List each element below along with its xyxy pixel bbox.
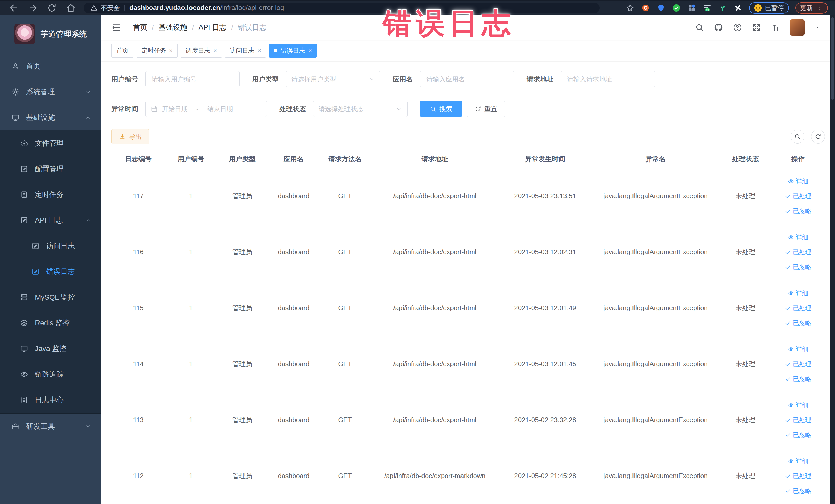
address-bar[interactable]: 不安全 dashboard.yudao.iocoder.cn/infra/log…	[84, 3, 599, 13]
action-label: 已忽略	[793, 263, 811, 271]
search-button[interactable]: 搜索	[420, 101, 462, 117]
bookmark-star-icon[interactable]	[626, 4, 634, 12]
sidebar-item-infra[interactable]: 基础设施	[0, 105, 101, 130]
exception-time-range-picker[interactable]: 开始日期 - 结束日期	[145, 101, 267, 117]
sidebar-item-access-log[interactable]: 访问日志	[0, 233, 101, 259]
tab-home[interactable]: 首页	[111, 44, 134, 58]
action-detail-link[interactable]: 详细	[788, 345, 808, 353]
page-scrollbar[interactable]	[830, 15, 835, 504]
action-ignored-link[interactable]: 已忽略	[785, 487, 811, 495]
browser-forward-icon[interactable]	[28, 3, 38, 13]
page-header: 首页 / 基础设施 / API 日志 / 错误日志	[101, 15, 830, 40]
tab-view-4[interactable]: 错误日志×	[269, 44, 317, 58]
refresh-button[interactable]	[811, 130, 825, 143]
process-status-select[interactable]: 请选择处理状态	[313, 101, 408, 117]
sidebar-item-java[interactable]: Java 监控	[0, 336, 101, 362]
browser-profile-chip[interactable]: 已暂停	[749, 2, 789, 14]
extension-target-icon[interactable]	[641, 4, 650, 12]
sidebar-item-label: API 日志	[35, 216, 63, 225]
header-search-icon[interactable]	[695, 23, 704, 32]
sidebar-item-error-log[interactable]: 错误日志	[0, 259, 101, 284]
app-name-input[interactable]	[420, 71, 514, 87]
request-url-input[interactable]	[561, 71, 655, 87]
action-processed-link[interactable]: 已处理	[785, 248, 811, 256]
action-processed-link[interactable]: 已处理	[785, 472, 811, 480]
tab-close-icon[interactable]: ×	[308, 47, 312, 54]
extension-on-badge-icon[interactable]: on	[703, 4, 712, 12]
action-detail-link[interactable]: 详细	[788, 233, 808, 241]
action-ignored-link[interactable]: 已忽略	[785, 431, 811, 439]
sidebar-item-api-log[interactable]: API 日志	[0, 207, 101, 233]
user-avatar[interactable]	[790, 19, 805, 36]
action-detail-link[interactable]: 详细	[788, 457, 808, 465]
tab-view-2[interactable]: 调度日志×	[181, 44, 222, 58]
breadcrumb-home[interactable]: 首页	[133, 23, 147, 32]
sidebar-item-config[interactable]: 配置管理	[0, 156, 101, 182]
extension-sprout-icon[interactable]	[718, 4, 727, 12]
sidebar-item-file[interactable]: 文件管理	[0, 130, 101, 156]
action-ignored-link[interactable]: 已忽略	[785, 375, 811, 383]
sidebar-item-home[interactable]: 首页	[0, 54, 101, 79]
extension-green-check-icon[interactable]	[672, 4, 681, 12]
tab-close-icon[interactable]: ×	[169, 47, 173, 54]
action-detail-link[interactable]: 详细	[788, 401, 808, 409]
column-header: 异常发生时间	[499, 155, 591, 164]
sidebar-item-mysql[interactable]: MySQL 监控	[0, 284, 101, 310]
sidebar-item-job[interactable]: 定时任务	[0, 182, 101, 207]
breadcrumb-api-log[interactable]: API 日志	[199, 23, 227, 32]
export-button[interactable]: 导出	[111, 129, 149, 144]
tab-view-1[interactable]: 定时任务×	[137, 44, 178, 58]
action-label: 已忽略	[793, 207, 811, 215]
toggle-search-button[interactable]	[791, 130, 805, 143]
sidebar-item-system[interactable]: 系统管理	[0, 79, 101, 105]
user-id-input[interactable]	[145, 71, 240, 87]
action-processed-link[interactable]: 已处理	[785, 360, 811, 368]
user-type-placeholder: 请选择用户类型	[291, 75, 368, 83]
sidebar-item-label: 错误日志	[46, 267, 75, 277]
browser-home-icon[interactable]	[66, 3, 76, 13]
action-detail-link[interactable]: 详细	[788, 289, 808, 297]
tab-close-icon[interactable]: ×	[258, 47, 261, 54]
help-icon[interactable]	[733, 23, 742, 32]
sidebar-collapse-icon[interactable]	[111, 23, 121, 32]
browser-update-button[interactable]: 更新	[795, 2, 828, 14]
user-type-select[interactable]: 请选择用户类型	[286, 71, 381, 87]
action-detail-link[interactable]: 详细	[788, 177, 808, 185]
extension-grid-icon[interactable]	[687, 4, 696, 12]
action-ignored-link[interactable]: 已忽略	[785, 319, 811, 327]
action-label: 详细	[796, 345, 808, 353]
user-menu-caret-icon[interactable]	[814, 24, 821, 31]
browser-menu-kebab-icon[interactable]	[816, 5, 823, 11]
reset-button[interactable]: 重置	[467, 101, 505, 117]
sidebar-item-trace[interactable]: 链路追踪	[0, 362, 101, 387]
app-logo[interactable]: 芋道管理系统	[0, 15, 101, 54]
browser-back-icon[interactable]	[9, 3, 19, 13]
action-processed-link[interactable]: 已处理	[785, 304, 811, 312]
cell-log-id: 112	[111, 472, 165, 480]
check-icon	[785, 361, 791, 367]
action-processed-link[interactable]: 已处理	[785, 416, 811, 424]
cell-user-id: 1	[165, 192, 217, 200]
scrollbar-thumb[interactable]	[831, 18, 834, 100]
search-icon	[794, 133, 801, 140]
action-ignored-link[interactable]: 已忽略	[785, 207, 811, 215]
font-size-icon[interactable]	[771, 23, 780, 32]
tab-close-icon[interactable]: ×	[213, 47, 217, 54]
tab-view-3[interactable]: 访问日志×	[225, 44, 266, 58]
user-type-label: 用户类型	[252, 75, 279, 84]
sidebar-item-redis[interactable]: Redis 监控	[0, 310, 101, 336]
sidebar-item-log-center[interactable]: 日志中心	[0, 387, 101, 413]
extension-shield-icon[interactable]	[657, 4, 665, 12]
profile-paused-badge: 已暂停	[765, 4, 784, 12]
sidebar-item-dev-tools[interactable]: 研发工具	[0, 414, 101, 439]
extensions-pinwheel-icon[interactable]	[734, 4, 742, 12]
breadcrumb-infra[interactable]: 基础设施	[159, 23, 187, 32]
action-ignored-link[interactable]: 已忽略	[785, 263, 811, 271]
fullscreen-icon[interactable]	[752, 23, 761, 32]
table-row: 1171管理员dashboardGET/api/infra/db-doc/exp…	[111, 168, 825, 224]
browser-reload-icon[interactable]	[47, 3, 57, 13]
action-processed-link[interactable]: 已处理	[785, 192, 811, 200]
github-icon[interactable]	[714, 23, 723, 32]
column-header: 应用名	[268, 155, 319, 164]
cell-user-id: 1	[165, 360, 217, 368]
